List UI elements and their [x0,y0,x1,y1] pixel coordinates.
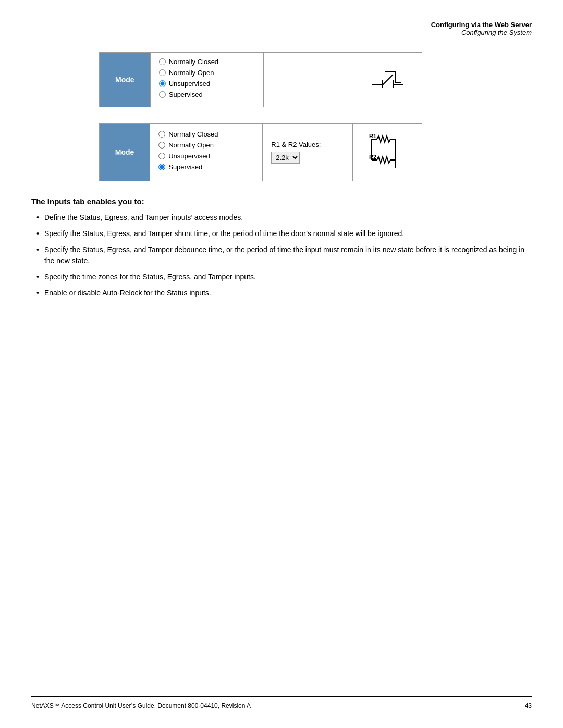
footer-right: 43 [525,702,532,709]
radio-supervised-label-1: Supervised [169,91,203,98]
mode-label-1: Mode [100,53,151,107]
footer-content: NetAXS™ Access Control Unit User’s Guide… [31,702,532,709]
header-line [31,42,532,42]
bullet-text-3: Specify the Status, Egress, and Tamper d… [44,244,532,266]
bullet-text-2: Specify the Status, Egress, and Tamper s… [44,228,404,239]
footer-line [31,696,532,697]
header-italic: Configuring the System [431,29,532,36]
bullet-text-5: Enable or disable Auto-Relock for the St… [44,288,211,299]
radio-normally-open-label-1: Normally Open [169,69,214,77]
radio-normally-open-1[interactable]: Normally Open [159,69,255,77]
radio-supervised-input-2[interactable] [158,164,165,170]
mode-label-2: Mode [100,124,150,181]
mode-table-1: Mode Normally Closed Normally Open Unsup… [99,52,422,107]
diagram-svg-2: R1 R2 [364,129,411,176]
content-area: Mode Normally Closed Normally Open Unsup… [31,52,532,304]
radio-normally-open-2[interactable]: Normally Open [158,141,254,149]
radio-unsupervised-label-2: Unsupervised [168,152,210,160]
radio-normally-closed-label-1: Normally Closed [169,58,218,66]
mode-options-2: Normally Closed Normally Open Unsupervis… [150,124,263,181]
radio-unsupervised-1[interactable]: Unsupervised [159,80,255,88]
mode-options-1: Normally Closed Normally Open Unsupervis… [150,53,263,107]
radio-unsupervised-2[interactable]: Unsupervised [158,152,254,160]
radio-normally-closed-1[interactable]: Normally Closed [159,58,255,66]
radio-normally-open-label-2: Normally Open [168,141,214,149]
bullet-text-4: Specify the time zones for the Status, E… [44,272,256,282]
bullet-item-1: Define the Status, Egress, and Tamper in… [36,212,532,223]
radio-supervised-label-2: Supervised [168,163,202,171]
diagram-svg-1 [367,59,409,101]
r1r2-label: R1 & R2 Values: [271,141,344,149]
radio-normally-closed-label-2: Normally Closed [168,130,218,138]
radio-unsupervised-input-1[interactable] [159,80,166,87]
mode-diagram-2: R1 R2 [353,124,422,181]
bullet-list: Define the Status, Egress, and Tamper in… [31,212,532,299]
radio-unsupervised-label-1: Unsupervised [169,80,211,88]
radio-normally-open-input-2[interactable] [158,142,165,149]
footer-left: NetAXS™ Access Control Unit User’s Guide… [31,702,251,709]
radio-normally-closed-input-2[interactable] [158,131,165,138]
radio-supervised-input-1[interactable] [159,91,166,98]
svg-text:R2: R2 [369,154,376,160]
radio-unsupervised-input-2[interactable] [158,153,165,159]
mode-table-2: Mode Normally Closed Normally Open Unsup… [99,123,422,181]
radio-normally-open-input-1[interactable] [159,69,166,76]
bullet-text-1: Define the Status, Egress, and Tamper in… [44,212,243,223]
bullet-item-3: Specify the Status, Egress, and Tamper d… [36,244,532,266]
radio-normally-closed-2[interactable]: Normally Closed [158,130,254,138]
radio-supervised-1[interactable]: Supervised [159,91,255,98]
page-header: Configuring via the Web Server Configuri… [431,21,532,36]
section-heading: The Inputs tab enables you to: [31,197,532,206]
bullet-item-2: Specify the Status, Egress, and Tamper s… [36,228,532,239]
bullet-item-5: Enable or disable Auto-Relock for the St… [36,288,532,299]
mode-values-2: R1 & R2 Values: 2.2k 1.0k 4.7k [263,124,353,181]
radio-normally-closed-input-1[interactable] [159,58,166,65]
header-bold: Configuring via the Web Server [431,21,532,29]
r1r2-select[interactable]: 2.2k 1.0k 4.7k [271,152,300,164]
radio-supervised-2[interactable]: Supervised [158,163,254,171]
bullet-item-4: Specify the time zones for the Status, E… [36,272,532,282]
svg-line-2 [383,75,393,85]
mode-values-1 [263,53,354,107]
mode-diagram-1 [354,53,422,107]
svg-text:R1: R1 [369,133,376,139]
